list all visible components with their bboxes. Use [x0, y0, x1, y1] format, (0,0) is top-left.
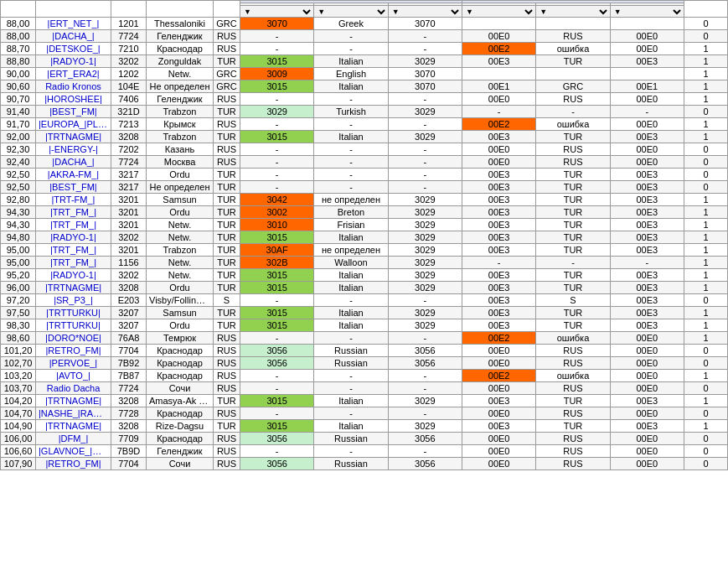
- cell-radio: |RADYO-1|: [36, 269, 111, 282]
- cell-errors: 0: [684, 382, 728, 395]
- filter-code-db[interactable]: ▼: [388, 6, 462, 18]
- cell-radio: |DFM_|: [36, 433, 111, 445]
- cell-pi: 321D: [111, 106, 147, 118]
- filter-code-ext[interactable]: ▼: [314, 6, 388, 18]
- cell-ecc-db: [610, 68, 684, 80]
- table-row: 103,20|AVTO_|7B87КраснодарRUS---00E2ошиб…: [1, 370, 728, 382]
- cell-code-ext: Russian: [314, 458, 388, 470]
- filter-code-ext-select[interactable]: ▼: [314, 7, 387, 17]
- cell-code-db: 3070: [388, 80, 462, 93]
- cell-itu: TUR: [214, 420, 240, 433]
- cell-ecc-db: 00E3: [610, 131, 684, 143]
- cell-freq: 95,00: [1, 257, 36, 269]
- filter-ecc-db[interactable]: ▼: [610, 6, 684, 18]
- cell-errors: 0: [684, 445, 728, 458]
- table-row: 92,80|TRT-FM_|3201SamsunTUR3042не опреде…: [1, 194, 728, 206]
- cell-ecc-ext: S: [536, 294, 610, 307]
- cell-errors: 1: [684, 194, 728, 206]
- cell-city: Геленджик: [147, 445, 214, 458]
- cell-code-db: -: [388, 294, 462, 307]
- cell-code-ext: Walloon: [314, 257, 388, 269]
- table-row: 103,70Radio Dacha7724СочиRUS---00E0RUS00…: [1, 382, 728, 395]
- cell-radio: |TRTNAGME|: [36, 282, 111, 294]
- cell-pi: 1202: [111, 68, 147, 80]
- cell-code-recv: 3042: [240, 194, 314, 206]
- cell-radio: |TRT_FM_|: [36, 219, 111, 231]
- cell-itu: TUR: [214, 395, 240, 407]
- cell-itu: RUS: [214, 30, 240, 43]
- cell-freq: 92,50: [1, 181, 36, 194]
- cell-freq: 88,70: [1, 43, 36, 55]
- cell-code-recv: 3056: [240, 345, 314, 357]
- filter-ecc-ext-select[interactable]: ▼: [536, 7, 609, 17]
- cell-pi: 3208: [111, 131, 147, 143]
- filter-ecc-ext[interactable]: ▼: [536, 6, 610, 18]
- cell-errors: 0: [684, 169, 728, 181]
- filter-code-recv[interactable]: ▼: [240, 6, 314, 18]
- cell-ecc-ext: [536, 18, 610, 30]
- cell-ecc-recv: 00E2: [462, 118, 535, 131]
- cell-ecc-ext: TUR: [536, 55, 610, 68]
- cell-code-db: 3056: [388, 357, 462, 370]
- cell-code-recv: -: [240, 294, 314, 307]
- cell-ecc-db: 00E3: [610, 231, 684, 244]
- table-row: 95,00|TRT_FM_|3201TrabzonTUR30AFне опред…: [1, 244, 728, 257]
- cell-pi: 7724: [111, 30, 147, 43]
- cell-radio: |TRT_FM_|: [36, 206, 111, 219]
- col-header-errors: [684, 1, 728, 18]
- cell-radio: |GLAVNOE_|HITOVOE_|: [36, 445, 111, 458]
- cell-ecc-db: 00E0: [610, 445, 684, 458]
- cell-code-ext: Breton: [314, 206, 388, 219]
- cell-errors: 0: [684, 407, 728, 420]
- cell-ecc-ext: -: [536, 106, 610, 118]
- cell-errors: 1: [684, 219, 728, 231]
- table-row: 91,70|EUROPA_|PLUS_|7213КрымскRUS---00E2…: [1, 118, 728, 131]
- cell-freq: 94,80: [1, 231, 36, 244]
- cell-pi: 7709: [111, 433, 147, 445]
- cell-itu: RUS: [214, 156, 240, 169]
- cell-code-db: -: [388, 93, 462, 106]
- cell-ecc-recv: [462, 18, 535, 30]
- cell-errors: 1: [684, 231, 728, 244]
- filter-ecc-db-select[interactable]: ▼: [611, 7, 684, 17]
- table-row: 104,70|NASHE_|RADIO_|7728КраснодарRUS---…: [1, 407, 728, 420]
- cell-ecc-ext: TUR: [536, 420, 610, 433]
- table-row: 88,70|DETSKOE_|7210КраснодарRUS---00E2ош…: [1, 43, 728, 55]
- cell-ecc-db: 00E0: [610, 407, 684, 420]
- cell-ecc-recv: 00E0: [462, 433, 535, 445]
- cell-errors: 0: [684, 143, 728, 156]
- cell-code-ext: -: [314, 407, 388, 420]
- cell-code-ext: -: [314, 143, 388, 156]
- cell-code-ext: English: [314, 68, 388, 80]
- cell-pi: 7728: [111, 407, 147, 420]
- cell-ecc-db: 00E1: [610, 80, 684, 93]
- filter-code-db-select[interactable]: ▼: [389, 7, 462, 17]
- cell-ecc-recv: 00E2: [462, 332, 535, 345]
- cell-itu: RUS: [214, 93, 240, 106]
- filter-code-recv-select[interactable]: ▼: [240, 7, 313, 17]
- cell-errors: 0: [684, 433, 728, 445]
- cell-errors: 0: [684, 30, 728, 43]
- cell-code-recv: -: [240, 156, 314, 169]
- cell-code-ext: -: [314, 30, 388, 43]
- filter-ecc-recv[interactable]: ▼: [462, 6, 535, 18]
- cell-errors: 1: [684, 118, 728, 131]
- cell-code-recv: -: [240, 93, 314, 106]
- cell-ecc-ext: TUR: [536, 282, 610, 294]
- table-row: 91,40|BEST_FM|321DTrabzonTUR3029Turkish3…: [1, 106, 728, 118]
- cell-pi: 3202: [111, 269, 147, 282]
- cell-itu: TUR: [214, 131, 240, 143]
- cell-itu: RUS: [214, 332, 240, 345]
- cell-radio: Radio Kronos: [36, 80, 111, 93]
- cell-ecc-recv: 00E0: [462, 382, 535, 395]
- cell-code-ext: -: [314, 93, 388, 106]
- cell-errors: 0: [684, 294, 728, 307]
- cell-code-db: 3029: [388, 282, 462, 294]
- cell-itu: RUS: [214, 382, 240, 395]
- cell-city: Краснодар: [147, 345, 214, 357]
- cell-code-db: -: [388, 332, 462, 345]
- cell-ecc-ext: TUR: [536, 395, 610, 407]
- filter-ecc-recv-select[interactable]: ▼: [462, 7, 535, 17]
- cell-city: Геленджик: [147, 93, 214, 106]
- cell-code-recv: -: [240, 332, 314, 345]
